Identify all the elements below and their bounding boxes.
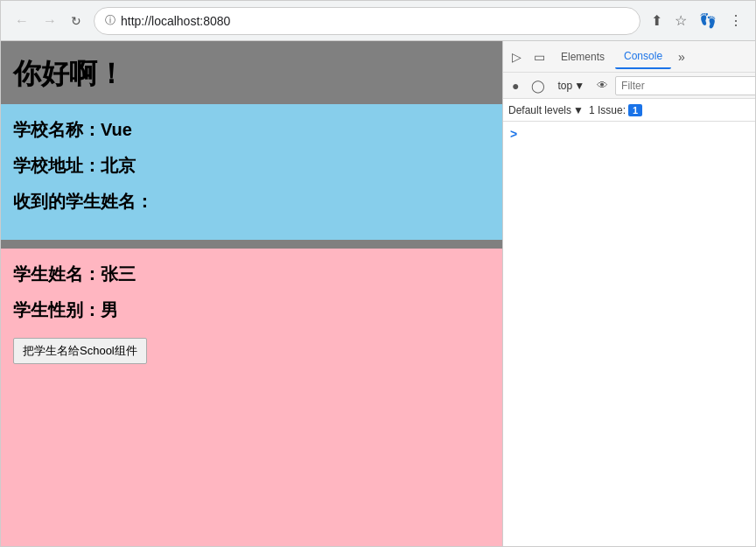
student-name-value: 张三 <box>101 264 136 284</box>
forward-button[interactable]: → <box>38 10 62 32</box>
menu-icon-button[interactable]: ⋮ <box>725 9 746 32</box>
toolbar-icons: ⬆ ☆ 👣 ⋮ <box>648 9 746 32</box>
extensions-icon-button[interactable]: 👣 <box>696 9 720 32</box>
student-section: 学生姓名：张三 学生性别：男 把学生名给School组件 <box>1 249 502 546</box>
default-levels-label: Default levels <box>508 104 571 116</box>
browser-content: 你好啊！ 学校名称：Vue 学校地址：北京 收到的学生姓名： 学生姓名：张三 <box>1 41 755 546</box>
page-header: 你好啊！ <box>1 41 502 104</box>
refresh-button[interactable]: ↻ <box>66 11 87 32</box>
devtools-device-icon[interactable]: ▭ <box>528 46 550 67</box>
school-name-line: 学校名称：Vue <box>13 118 490 142</box>
default-levels-dropdown[interactable]: Default levels ▼ <box>508 104 584 116</box>
back-button[interactable]: ← <box>10 10 34 32</box>
devtools-inspect-icon[interactable]: ▷ <box>507 46 527 67</box>
devtools-toolbar: ● ◯ top ▼ 👁 <box>503 73 755 99</box>
student-gender-label: 学生性别： <box>13 300 101 319</box>
page-title: 你好啊！ <box>13 58 125 89</box>
student-gender-value: 男 <box>101 300 118 319</box>
devtools-filter-input[interactable] <box>615 76 755 95</box>
school-name-value: Vue <box>101 120 132 139</box>
top-label: top <box>557 80 572 92</box>
browser-toolbar: ← → ↻ ⓘ ⬆ ☆ 👣 ⋮ <box>1 1 755 41</box>
console-chevron-icon: > <box>510 127 517 141</box>
separator-bar <box>1 240 502 249</box>
devtools-eye-icon[interactable]: 👁 <box>592 77 613 94</box>
nav-buttons: ← → ↻ <box>10 10 87 32</box>
school-name-label: 学校名称： <box>13 120 101 139</box>
dropdown-chevron-icon: ▼ <box>574 80 584 92</box>
devtools-more-tabs[interactable]: » <box>673 46 690 67</box>
send-name-button[interactable]: 把学生名给School组件 <box>13 338 147 364</box>
address-bar-container: ⓘ <box>94 7 640 35</box>
bookmark-icon-button[interactable]: ☆ <box>671 9 690 32</box>
console-prompt-line: > <box>510 127 748 141</box>
issue-badge: 1 Issue: 1 <box>589 104 642 116</box>
devtools-console-area: > <box>503 122 755 546</box>
student-gender-line: 学生性别：男 <box>13 298 490 322</box>
devtools-clear-icon[interactable]: ● <box>507 75 524 96</box>
browser-window: ← → ↻ ⓘ ⬆ ☆ 👣 ⋮ 你好啊！ 学校名称：Vue <box>0 0 756 547</box>
school-section: 学校名称：Vue 学校地址：北京 收到的学生姓名： <box>1 104 502 240</box>
devtools-tab-console[interactable]: Console <box>615 45 671 69</box>
devtools-panel: ▷ ▭ Elements Console » ● ◯ top ▼ 👁 <box>502 41 755 546</box>
webpage-area: 你好啊！ 学校名称：Vue 学校地址：北京 收到的学生姓名： 学生姓名：张三 <box>1 41 502 546</box>
devtools-tab-elements[interactable]: Elements <box>552 46 613 68</box>
student-name-line: 学生姓名：张三 <box>13 263 490 286</box>
student-received-label: 收到的学生姓名： <box>13 192 153 211</box>
devtools-block-icon[interactable]: ◯ <box>526 75 550 96</box>
lock-icon: ⓘ <box>105 13 116 28</box>
student-name-label: 学生姓名： <box>13 264 101 284</box>
default-levels-chevron-icon: ▼ <box>573 104 584 116</box>
issue-label: 1 Issue: <box>589 104 626 116</box>
devtools-levels-bar: Default levels ▼ 1 Issue: 1 <box>503 99 755 122</box>
devtools-top-dropdown[interactable]: top ▼ <box>552 78 590 94</box>
issue-count: 1 <box>628 104 642 116</box>
school-address-value: 北京 <box>101 156 136 175</box>
address-bar-input[interactable] <box>121 14 629 28</box>
share-icon-button[interactable]: ⬆ <box>648 9 666 32</box>
devtools-tabs-bar: ▷ ▭ Elements Console » <box>503 41 755 73</box>
school-address-line: 学校地址：北京 <box>13 154 490 178</box>
student-received-line: 收到的学生姓名： <box>13 190 490 214</box>
school-address-label: 学校地址： <box>13 156 101 175</box>
